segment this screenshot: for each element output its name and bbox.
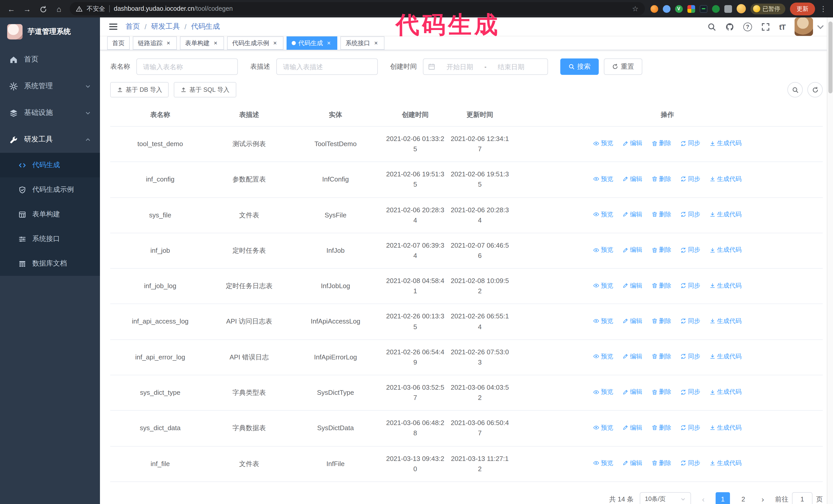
update-button[interactable]: 更新 (790, 2, 815, 15)
prev-page-button[interactable]: ‹ (697, 492, 710, 504)
delete-link[interactable]: 删除 (651, 210, 671, 219)
generate-code-link[interactable]: 生成代码 (710, 174, 742, 184)
extension-icon[interactable]: V (675, 5, 683, 13)
hamburger-button[interactable] (108, 22, 118, 32)
close-icon[interactable]: × (373, 40, 379, 46)
close-icon[interactable]: × (165, 40, 172, 46)
sidebar-item-home[interactable]: 首页 (0, 46, 100, 73)
sync-link[interactable]: 同步 (680, 316, 700, 326)
sidebar-item-infrastructure[interactable]: 基础设施 (0, 99, 100, 126)
close-icon[interactable]: × (326, 40, 332, 46)
date-range-picker[interactable]: - (423, 58, 548, 75)
home-button[interactable]: ⌂ (54, 4, 64, 13)
scrollbar-thumb[interactable] (828, 22, 832, 93)
sync-link[interactable]: 同步 (680, 210, 700, 219)
import-db-button[interactable]: 基于 DB 导入 (110, 82, 169, 97)
extension-icon[interactable] (687, 5, 695, 13)
delete-link[interactable]: 删除 (651, 139, 671, 148)
delete-link[interactable]: 删除 (651, 352, 671, 361)
extension-icon[interactable] (724, 5, 732, 13)
import-sql-button[interactable]: 基于 SQL 导入 (174, 82, 236, 97)
sidebar-item-dev-tools[interactable]: 研发工具 (0, 126, 100, 153)
address-bar[interactable]: 不安全 dashboard.yudao.iocoder.cn/tool/code… (70, 2, 645, 16)
sidebar-subitem-codegen[interactable]: 代码生成 (0, 153, 100, 177)
sync-link[interactable]: 同步 (680, 352, 700, 361)
search-button[interactable]: 搜索 (560, 58, 599, 75)
sidebar-subitem-db-doc[interactable]: 数据库文档 (0, 251, 100, 276)
sync-link[interactable]: 同步 (680, 174, 700, 184)
generate-code-link[interactable]: 生成代码 (710, 281, 742, 290)
back-button[interactable]: ← (6, 4, 17, 13)
generate-code-link[interactable]: 生成代码 (710, 245, 742, 255)
preview-link[interactable]: 预览 (593, 458, 613, 468)
generate-code-link[interactable]: 生成代码 (710, 210, 742, 219)
help-icon[interactable]: ? (743, 22, 752, 31)
tab-codegen[interactable]: 代码生成× (287, 37, 337, 50)
tab-home[interactable]: 首页 (107, 37, 130, 50)
page-size-select[interactable]: 10条/页 (640, 492, 691, 504)
chevron-down-icon[interactable] (816, 22, 825, 31)
delete-link[interactable]: 删除 (651, 316, 671, 326)
next-page-button[interactable]: › (757, 492, 769, 504)
delete-link[interactable]: 删除 (651, 387, 671, 397)
delete-link[interactable]: 删除 (651, 281, 671, 290)
edit-link[interactable]: 编辑 (622, 458, 642, 468)
delete-link[interactable]: 删除 (651, 174, 671, 184)
edit-link[interactable]: 编辑 (622, 245, 642, 255)
breadcrumb-item-home[interactable]: 首页 (125, 22, 140, 31)
edit-link[interactable]: 编辑 (622, 352, 642, 361)
preview-link[interactable]: 预览 (593, 352, 613, 361)
font-size-icon[interactable]: tT (779, 22, 785, 31)
start-date-input[interactable] (437, 63, 482, 71)
sync-link[interactable]: 同步 (680, 245, 700, 255)
delete-link[interactable]: 删除 (651, 458, 671, 468)
tab-system-api[interactable]: 系统接口× (340, 37, 384, 50)
table-desc-input[interactable] (276, 58, 378, 75)
preview-link[interactable]: 预览 (593, 316, 613, 326)
fullscreen-icon[interactable] (761, 22, 770, 31)
tab-form-builder[interactable]: 表单构建× (180, 37, 224, 50)
sidebar-item-system-management[interactable]: 系统管理 (0, 73, 100, 99)
page-button-1[interactable]: 1 (716, 492, 730, 504)
delete-link[interactable]: 删除 (651, 245, 671, 255)
reset-button[interactable]: 重置 (604, 58, 642, 75)
avatar[interactable] (794, 18, 813, 36)
extension-icon[interactable] (699, 5, 707, 13)
sync-link[interactable]: 同步 (680, 423, 700, 432)
preview-link[interactable]: 预览 (593, 423, 613, 432)
paused-badge[interactable]: 已暂停 (750, 3, 785, 14)
reload-button[interactable] (38, 4, 48, 13)
sidebar-subitem-form-builder[interactable]: 表单构建 (0, 202, 100, 226)
sidebar-subitem-codegen-example[interactable]: 代码生成示例 (0, 177, 100, 202)
search-icon[interactable] (708, 22, 716, 31)
generate-code-link[interactable]: 生成代码 (710, 458, 742, 468)
preview-link[interactable]: 预览 (593, 387, 613, 397)
close-icon[interactable]: × (272, 40, 278, 46)
refresh-table-button[interactable] (807, 82, 823, 97)
github-icon[interactable] (725, 22, 734, 31)
user-menu[interactable] (794, 18, 825, 36)
page-button-2[interactable]: 2 (736, 492, 751, 504)
table-name-input[interactable] (136, 58, 238, 75)
sync-link[interactable]: 同步 (680, 458, 700, 468)
extension-icon[interactable] (663, 5, 670, 13)
preview-link[interactable]: 预览 (593, 245, 613, 255)
tab-trace[interactable]: 链路追踪× (133, 37, 177, 50)
goto-page-input[interactable] (792, 492, 812, 504)
search-toggle-button[interactable] (787, 82, 803, 97)
edit-link[interactable]: 编辑 (622, 281, 642, 290)
close-icon[interactable]: × (212, 40, 219, 46)
generate-code-link[interactable]: 生成代码 (710, 139, 742, 148)
bookmark-star-icon[interactable]: ☆ (632, 5, 639, 13)
sync-link[interactable]: 同步 (680, 139, 700, 148)
breadcrumb-item-dev-tools[interactable]: 研发工具 (151, 22, 180, 31)
generate-code-link[interactable]: 生成代码 (710, 423, 742, 432)
tab-codegen-example[interactable]: 代码生成示例× (227, 37, 284, 50)
delete-link[interactable]: 删除 (651, 423, 671, 432)
sidebar-subitem-system-api[interactable]: 系统接口 (0, 226, 100, 251)
edit-link[interactable]: 编辑 (622, 139, 642, 148)
generate-code-link[interactable]: 生成代码 (710, 316, 742, 326)
generate-code-link[interactable]: 生成代码 (710, 352, 742, 361)
extension-icon[interactable] (712, 5, 719, 13)
sync-link[interactable]: 同步 (680, 387, 700, 397)
